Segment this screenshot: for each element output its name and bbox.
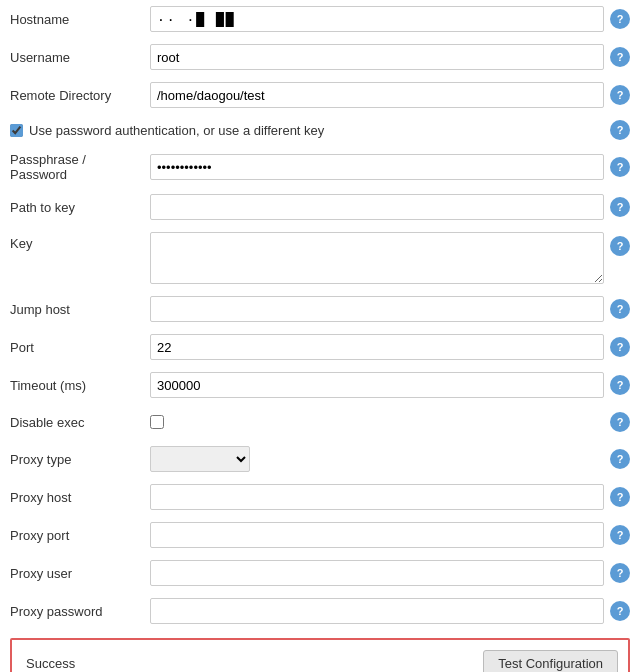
proxy-user-help-icon[interactable]: ?	[610, 563, 630, 583]
disable-exec-input-col	[150, 415, 604, 429]
success-text: Success	[22, 656, 483, 671]
passphrase-input-col	[150, 154, 604, 180]
proxy-type-input-col: HTTP SOCKS5	[150, 446, 604, 472]
port-input-col	[150, 334, 604, 360]
proxy-port-label: Proxy port	[10, 528, 150, 543]
port-input[interactable]	[150, 334, 604, 360]
key-label: Key	[10, 232, 150, 251]
proxy-port-help-icon[interactable]: ?	[610, 525, 630, 545]
remote-directory-row: Remote Directory ?	[0, 76, 640, 114]
proxy-user-label: Proxy user	[10, 566, 150, 581]
disable-exec-checkbox[interactable]	[150, 415, 164, 429]
proxy-host-input[interactable]	[150, 484, 604, 510]
footer-row: Success Test Configuration	[10, 638, 630, 672]
proxy-password-input[interactable]	[150, 598, 604, 624]
proxy-type-select[interactable]: HTTP SOCKS5	[150, 446, 250, 472]
proxy-port-row: Proxy port ?	[0, 516, 640, 554]
disable-exec-help-icon[interactable]: ?	[610, 412, 630, 432]
proxy-host-input-col	[150, 484, 604, 510]
key-input-col	[150, 232, 604, 284]
username-help-icon[interactable]: ?	[610, 47, 630, 67]
jump-host-help-icon[interactable]: ?	[610, 299, 630, 319]
jump-host-row: Jump host ?	[0, 290, 640, 328]
hostname-input[interactable]	[150, 6, 604, 32]
use-password-auth-checkbox[interactable]	[10, 124, 23, 137]
proxy-port-input[interactable]	[150, 522, 604, 548]
test-configuration-button[interactable]: Test Configuration	[483, 650, 618, 672]
port-label: Port	[10, 340, 150, 355]
path-to-key-row: Path to key ?	[0, 188, 640, 226]
proxy-user-input[interactable]	[150, 560, 604, 586]
username-input-col	[150, 44, 604, 70]
passphrase-input[interactable]	[150, 154, 604, 180]
proxy-password-help-icon[interactable]: ?	[610, 601, 630, 621]
jump-host-input-col	[150, 296, 604, 322]
hostname-row: Hostname ?	[0, 0, 640, 38]
proxy-password-label: Proxy password	[10, 604, 150, 619]
proxy-port-input-col	[150, 522, 604, 548]
timeout-input[interactable]	[150, 372, 604, 398]
timeout-help-icon[interactable]: ?	[610, 375, 630, 395]
proxy-type-help-icon[interactable]: ?	[610, 449, 630, 469]
form-container: Hostname ? Username ? Remote Directory ?…	[0, 0, 640, 672]
proxy-user-row: Proxy user ?	[0, 554, 640, 592]
passphrase-help-icon[interactable]: ?	[610, 157, 630, 177]
use-password-auth-label: Use password authentication, or use a di…	[29, 123, 324, 138]
proxy-host-help-icon[interactable]: ?	[610, 487, 630, 507]
key-row: Key ?	[0, 226, 640, 290]
remote-directory-label: Remote Directory	[10, 88, 150, 103]
proxy-host-row: Proxy host ?	[0, 478, 640, 516]
port-row: Port ?	[0, 328, 640, 366]
proxy-type-row: Proxy type HTTP SOCKS5 ?	[0, 440, 640, 478]
path-to-key-help-icon[interactable]: ?	[610, 197, 630, 217]
key-help-icon[interactable]: ?	[610, 236, 630, 256]
use-password-help-icon[interactable]: ?	[610, 120, 630, 140]
passphrase-label: Passphrase / Password	[10, 152, 150, 182]
remote-directory-help-icon[interactable]: ?	[610, 85, 630, 105]
key-textarea[interactable]	[150, 232, 604, 284]
use-password-auth-row: Use password authentication, or use a di…	[0, 114, 640, 146]
proxy-password-input-col	[150, 598, 604, 624]
proxy-host-label: Proxy host	[10, 490, 150, 505]
path-to-key-label: Path to key	[10, 200, 150, 215]
timeout-input-col	[150, 372, 604, 398]
username-row: Username ?	[0, 38, 640, 76]
proxy-type-label: Proxy type	[10, 452, 150, 467]
jump-host-input[interactable]	[150, 296, 604, 322]
username-label: Username	[10, 50, 150, 65]
path-to-key-input[interactable]	[150, 194, 604, 220]
jump-host-label: Jump host	[10, 302, 150, 317]
disable-exec-label: Disable exec	[10, 415, 150, 430]
hostname-label: Hostname	[10, 12, 150, 27]
timeout-row: Timeout (ms) ?	[0, 366, 640, 404]
hostname-help-icon[interactable]: ?	[610, 9, 630, 29]
passphrase-row: Passphrase / Password ?	[0, 146, 640, 188]
hostname-input-col	[150, 6, 604, 32]
path-to-key-input-col	[150, 194, 604, 220]
remote-directory-input-col	[150, 82, 604, 108]
proxy-user-input-col	[150, 560, 604, 586]
remote-directory-input[interactable]	[150, 82, 604, 108]
port-help-icon[interactable]: ?	[610, 337, 630, 357]
proxy-password-row: Proxy password ?	[0, 592, 640, 630]
timeout-label: Timeout (ms)	[10, 378, 150, 393]
disable-exec-row: Disable exec ?	[0, 404, 640, 440]
username-input[interactable]	[150, 44, 604, 70]
